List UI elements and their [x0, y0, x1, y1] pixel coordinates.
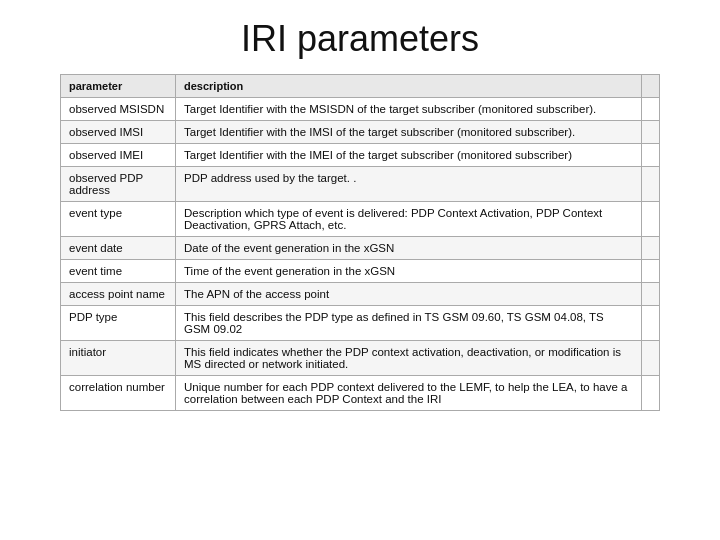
- extra-cell: [642, 98, 660, 121]
- desc-cell: Unique number for each PDP context deliv…: [176, 376, 642, 411]
- desc-cell: Time of the event generation in the xGSN: [176, 260, 642, 283]
- extra-cell: [642, 237, 660, 260]
- table-row: event dateDate of the event generation i…: [61, 237, 660, 260]
- extra-cell: [642, 376, 660, 411]
- table-header-row: parameter description: [61, 75, 660, 98]
- table-row: observed IMSITarget Identifier with the …: [61, 121, 660, 144]
- extra-cell: [642, 202, 660, 237]
- col-header-description: description: [176, 75, 642, 98]
- desc-cell: Target Identifier with the IMSI of the t…: [176, 121, 642, 144]
- desc-cell: Date of the event generation in the xGSN: [176, 237, 642, 260]
- extra-cell: [642, 306, 660, 341]
- table-row: observed IMEITarget Identifier with the …: [61, 144, 660, 167]
- desc-cell: Description which type of event is deliv…: [176, 202, 642, 237]
- desc-cell: Target Identifier with the MSISDN of the…: [176, 98, 642, 121]
- param-cell: correlation number: [61, 376, 176, 411]
- extra-cell: [642, 144, 660, 167]
- table-row: observed PDP addressPDP address used by …: [61, 167, 660, 202]
- page-title: IRI parameters: [0, 0, 720, 74]
- table-row: observed MSISDNTarget Identifier with th…: [61, 98, 660, 121]
- extra-cell: [642, 341, 660, 376]
- table-row: access point nameThe APN of the access p…: [61, 283, 660, 306]
- extra-cell: [642, 167, 660, 202]
- param-cell: observed PDP address: [61, 167, 176, 202]
- table-row: event typeDescription which type of even…: [61, 202, 660, 237]
- table-row: correlation numberUnique number for each…: [61, 376, 660, 411]
- table-row: PDP typeThis field describes the PDP typ…: [61, 306, 660, 341]
- param-cell: initiator: [61, 341, 176, 376]
- desc-cell: The APN of the access point: [176, 283, 642, 306]
- col-header-parameter: parameter: [61, 75, 176, 98]
- param-cell: event date: [61, 237, 176, 260]
- extra-cell: [642, 260, 660, 283]
- desc-cell: PDP address used by the target. .: [176, 167, 642, 202]
- table-row: event timeTime of the event generation i…: [61, 260, 660, 283]
- desc-cell: Target Identifier with the IMEI of the t…: [176, 144, 642, 167]
- param-cell: event time: [61, 260, 176, 283]
- param-cell: observed IMSI: [61, 121, 176, 144]
- param-cell: observed IMEI: [61, 144, 176, 167]
- param-cell: observed MSISDN: [61, 98, 176, 121]
- table-row: initiatorThis field indicates whether th…: [61, 341, 660, 376]
- param-cell: access point name: [61, 283, 176, 306]
- iri-parameters-table: parameter description observed MSISDNTar…: [60, 74, 660, 411]
- extra-cell: [642, 283, 660, 306]
- param-cell: PDP type: [61, 306, 176, 341]
- desc-cell: This field describes the PDP type as def…: [176, 306, 642, 341]
- table-wrapper: parameter description observed MSISDNTar…: [60, 74, 660, 411]
- extra-cell: [642, 121, 660, 144]
- col-header-extra: [642, 75, 660, 98]
- param-cell: event type: [61, 202, 176, 237]
- desc-cell: This field indicates whether the PDP con…: [176, 341, 642, 376]
